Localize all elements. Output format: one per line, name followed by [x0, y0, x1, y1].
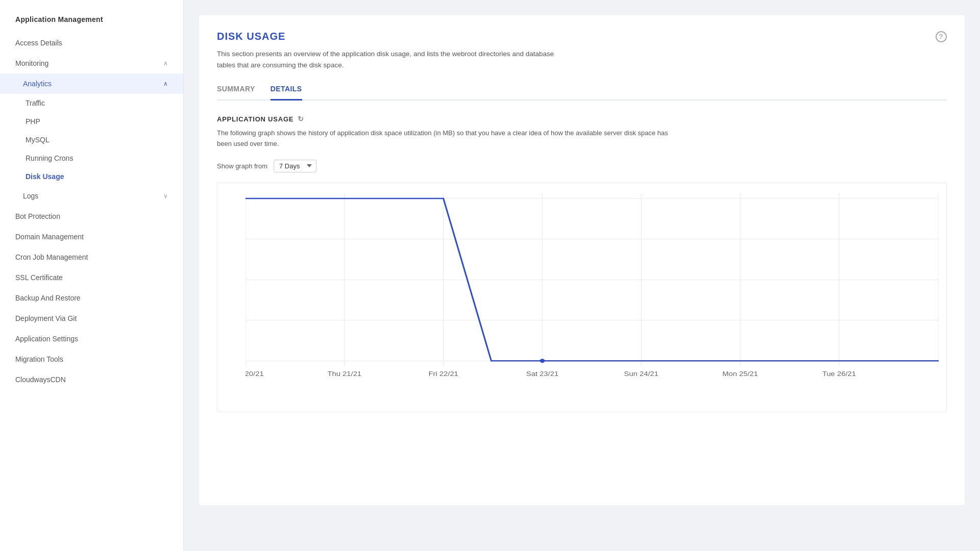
- page-description: This section presents an overview of the…: [217, 48, 574, 70]
- sidebar-item-application-settings[interactable]: Application Settings: [0, 329, 183, 349]
- section-title-text: APPLICATION USAGE: [217, 115, 293, 123]
- sidebar-item-migration-tools[interactable]: Migration Tools: [0, 349, 183, 369]
- sidebar-item-logs[interactable]: Logs ∨: [0, 186, 183, 206]
- content-card: DISK USAGE ? This section presents an ov…: [199, 15, 965, 505]
- chevron-down-icon: ∨: [163, 192, 168, 199]
- page-title: DISK USAGE: [217, 31, 285, 42]
- sidebar-item-label: Backup And Restore: [15, 294, 81, 302]
- sidebar-item-label: MySQL: [26, 136, 50, 144]
- sidebar-item-label: Logs: [23, 192, 38, 200]
- sidebar-item-bot-protection[interactable]: Bot Protection: [0, 206, 183, 227]
- section-title: APPLICATION USAGE ↻: [217, 115, 947, 123]
- sidebar-item-php[interactable]: PHP: [0, 112, 183, 131]
- sidebar-item-label: Deployment Via Git: [15, 314, 77, 322]
- sidebar-item-cloudwayscdn[interactable]: CloudwaysCDN: [0, 369, 183, 390]
- chart-svg: 64.0 63.5 63.0 62.5 62.0 Wed 20/21 Thu 2…: [246, 193, 939, 391]
- sidebar-item-ssl-certificate[interactable]: SSL Certificate: [0, 267, 183, 288]
- sidebar-item-running-crons[interactable]: Running Crons: [0, 149, 183, 167]
- sidebar-item-label: Analytics: [23, 80, 52, 88]
- tab-summary[interactable]: SUMMARY: [217, 85, 255, 101]
- refresh-icon[interactable]: ↻: [298, 115, 304, 123]
- sidebar-item-label: Monitoring: [15, 59, 48, 67]
- chevron-up-icon: ∧: [163, 80, 168, 87]
- sidebar-item-analytics[interactable]: Analytics ∧: [0, 73, 183, 94]
- chart-dot-sat: [540, 359, 545, 363]
- graph-period-select[interactable]: 7 Days 14 Days 30 Days: [274, 160, 316, 172]
- sidebar-item-backup-and-restore[interactable]: Backup And Restore: [0, 288, 183, 308]
- section-description: The following graph shows the history of…: [217, 128, 676, 149]
- sidebar-item-label: Running Crons: [26, 154, 73, 162]
- sidebar-item-label: SSL Certificate: [15, 273, 63, 282]
- sidebar-item-traffic[interactable]: Traffic: [0, 94, 183, 112]
- sidebar-item-disk-usage[interactable]: Disk Usage: [0, 167, 183, 186]
- svg-text:Fri 22/21: Fri 22/21: [428, 370, 458, 377]
- page-title-row: DISK USAGE ?: [217, 31, 947, 42]
- svg-text:Tue 26/21: Tue 26/21: [822, 370, 856, 377]
- disk-usage-chart: 64.0 63.5 63.0 62.5 62.0 Wed 20/21 Thu 2…: [217, 183, 947, 412]
- sidebar-item-label: Domain Management: [15, 233, 84, 241]
- sidebar-item-label: Access Details: [15, 39, 62, 47]
- sidebar-title: Application Management: [0, 10, 183, 33]
- chevron-up-icon: ∧: [163, 60, 168, 67]
- sidebar-item-label: Cron Job Management: [15, 253, 88, 261]
- graph-from-label: Show graph from: [217, 162, 267, 170]
- sidebar-item-label: Disk Usage: [26, 172, 64, 181]
- sidebar-item-label: Bot Protection: [15, 212, 60, 220]
- svg-text:Mon 25/21: Mon 25/21: [722, 370, 758, 377]
- sidebar-item-deployment-via-git[interactable]: Deployment Via Git: [0, 308, 183, 329]
- graph-controls: Show graph from 7 Days 14 Days 30 Days: [217, 160, 947, 172]
- sidebar-item-monitoring[interactable]: Monitoring ∧: [0, 53, 183, 73]
- sidebar-item-label: Application Settings: [15, 335, 78, 343]
- sidebar-item-cron-job-management[interactable]: Cron Job Management: [0, 247, 183, 267]
- sidebar-item-access-details[interactable]: Access Details: [0, 33, 183, 53]
- sidebar-item-label: CloudwaysCDN: [15, 375, 66, 384]
- sidebar-item-mysql[interactable]: MySQL: [0, 131, 183, 149]
- svg-text:Wed 20/21: Wed 20/21: [246, 370, 264, 377]
- tab-bar: SUMMARY DETAILS: [217, 85, 947, 101]
- svg-text:Sat 23/21: Sat 23/21: [526, 370, 558, 377]
- svg-text:Thu 21/21: Thu 21/21: [328, 370, 362, 377]
- svg-text:Sun 24/21: Sun 24/21: [624, 370, 658, 377]
- main-content: DISK USAGE ? This section presents an ov…: [184, 0, 980, 551]
- tab-details[interactable]: DETAILS: [271, 85, 302, 101]
- sidebar-item-label: Traffic: [26, 99, 45, 107]
- sidebar-item-domain-management[interactable]: Domain Management: [0, 227, 183, 247]
- help-icon[interactable]: ?: [936, 31, 947, 42]
- sidebar-item-label: PHP: [26, 117, 40, 126]
- sidebar: Application Management Access Details Mo…: [0, 0, 184, 551]
- sidebar-item-label: Migration Tools: [15, 355, 63, 363]
